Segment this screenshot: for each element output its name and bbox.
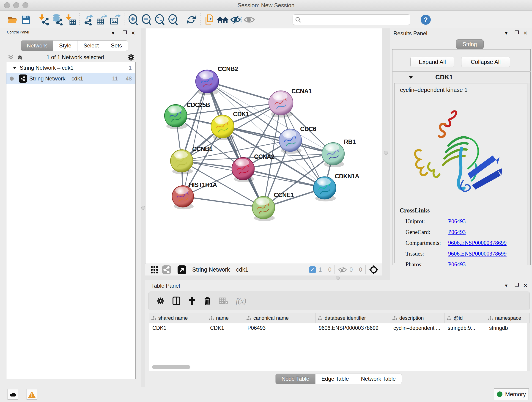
expand-all-button[interactable]: Expand All: [410, 57, 454, 67]
tab-node-table[interactable]: Node Table: [275, 374, 316, 384]
node-CCNA1[interactable]: CCNA1: [269, 88, 312, 118]
cdk1-details: cyclin–dependent kinase 1: [394, 83, 529, 263]
right-splitter-handle[interactable]: [384, 151, 388, 155]
column-header-shared-name[interactable]: shared name: [149, 313, 207, 323]
search-input[interactable]: [301, 17, 400, 23]
hide-selected-button[interactable]: [229, 13, 243, 27]
node-HIST1H1A[interactable]: HIST1H1A: [172, 182, 217, 209]
export-image-button[interactable]: [109, 13, 122, 27]
selected-checkbox-icon[interactable]: ✓: [309, 266, 316, 273]
table-cell[interactable]: P06493: [244, 323, 316, 332]
create-column-plus-icon[interactable]: [188, 297, 196, 305]
import-table-button[interactable]: [64, 13, 77, 27]
edge-CCNB2-CCNE1[interactable]: [207, 81, 264, 208]
column-header-database-identifier[interactable]: database identifier: [316, 313, 390, 323]
results-panel-close-icon[interactable]: ✕: [523, 30, 527, 36]
table-vertical-scrollbar[interactable]: [527, 323, 530, 371]
control-panel-close-icon[interactable]: ✕: [131, 30, 135, 36]
column-header-namespace[interactable]: namespace: [486, 313, 530, 323]
grid-view-icon[interactable]: [150, 266, 158, 274]
collapse-all-button[interactable]: Collapse All: [461, 57, 510, 67]
tree-expander-icon[interactable]: [12, 66, 17, 70]
crosslink-link[interactable]: P06493: [448, 218, 466, 225]
zoom-fit-button[interactable]: [153, 13, 167, 27]
crosslink-link[interactable]: 9606.ENSP00000378699: [448, 240, 507, 246]
network-canvas[interactable]: CCNB2CCNA1CDC25BCDK1CDC6RB1CCNB1CCNA2CDK…: [145, 28, 382, 264]
memory-button[interactable]: Memory: [494, 389, 529, 400]
table-row[interactable]: CDK1CDK1P064939606.ENSP00000378699cyclin…: [149, 323, 530, 332]
show-columns-icon[interactable]: [172, 297, 180, 305]
tab-network-table[interactable]: Network Table: [355, 374, 402, 384]
tab-edge-table[interactable]: Edge Table: [316, 374, 355, 384]
open-session-button[interactable]: [6, 13, 19, 27]
cdk1-section-header[interactable]: CDK1: [393, 72, 530, 83]
function-builder-button[interactable]: f(x): [236, 297, 246, 305]
edge-HIST1H1A-CCNE1[interactable]: [183, 196, 264, 208]
export-table-button[interactable]: [95, 13, 109, 27]
control-panel-menu-icon[interactable]: ▾: [112, 30, 114, 36]
node-CDC6[interactable]: CDC6: [279, 126, 316, 154]
refresh-layout-button[interactable]: [185, 13, 198, 27]
table-settings-gear-icon[interactable]: [157, 297, 165, 305]
string-network-graph[interactable]: CCNB2CCNA1CDC25BCDK1CDC6RB1CCNB1CCNA2CDK…: [146, 28, 382, 264]
save-session-button[interactable]: [19, 13, 32, 27]
node-CDK1[interactable]: CDK1: [211, 111, 249, 140]
column-header-name[interactable]: name: [207, 313, 244, 323]
tab-style[interactable]: Style: [53, 40, 77, 51]
section-expander-icon[interactable]: [408, 75, 413, 79]
collapse-all-icon[interactable]: [7, 54, 14, 60]
birdseye-crosshair-icon[interactable]: [369, 265, 379, 274]
zoom-out-button[interactable]: [140, 13, 153, 27]
zoom-selected-button[interactable]: [167, 13, 180, 27]
column-header-canonical-name[interactable]: canonical name: [244, 313, 316, 323]
table-panel-float-icon[interactable]: ❐: [515, 282, 519, 288]
table-cell[interactable]: 9606.ENSP00000378699: [316, 323, 390, 332]
table-cell[interactable]: stringdb: [486, 323, 530, 332]
table-cell[interactable]: stringdb:9...: [444, 323, 486, 332]
left-splitter[interactable]: [141, 28, 145, 387]
duplicate-network-button[interactable]: [203, 13, 216, 27]
help-button[interactable]: ?: [419, 13, 432, 27]
crosslink-link[interactable]: P06493: [448, 261, 466, 268]
bottom-splitter-handle[interactable]: [336, 276, 340, 280]
export-network-button[interactable]: [82, 13, 95, 27]
import-network-file-button[interactable]: [37, 13, 51, 27]
delete-column-trash-icon[interactable]: [204, 297, 211, 305]
tab-select[interactable]: Select: [77, 40, 105, 51]
home-button[interactable]: [216, 13, 229, 27]
node-CDKN1A[interactable]: CDKN1A: [313, 173, 359, 201]
string-view-icon[interactable]: [162, 265, 171, 274]
crosslink-link[interactable]: P06493: [448, 229, 466, 235]
cloud-status-button[interactable]: [7, 389, 18, 400]
network-options-gear-icon[interactable]: [127, 53, 135, 61]
table-panel-close-icon[interactable]: ✕: [523, 283, 527, 288]
node-CCNB2[interactable]: CCNB2: [196, 65, 238, 95]
tab-string[interactable]: String: [456, 39, 484, 49]
table-horizontal-scrollbar[interactable]: [152, 365, 190, 369]
detach-view-icon[interactable]: [177, 265, 186, 274]
table-cell[interactable]: CDK1: [149, 323, 207, 332]
results-panel-menu-icon[interactable]: ▾: [505, 30, 507, 36]
edge-CCNB2-HIST1H1A[interactable]: [183, 81, 207, 196]
left-splitter-handle[interactable]: [141, 206, 145, 210]
network-collection-row[interactable]: String Network – cdk1 1: [6, 62, 135, 73]
column-header-description[interactable]: description: [390, 313, 444, 323]
table-cell[interactable]: CDK1: [207, 323, 244, 332]
expand-all-icon[interactable]: [17, 54, 23, 60]
column-header--id[interactable]: @id: [444, 313, 486, 323]
delete-table-icon[interactable]: [219, 297, 228, 305]
import-network-database-button[interactable]: [51, 13, 64, 27]
warnings-button[interactable]: [27, 389, 37, 400]
table-panel-menu-icon[interactable]: ▾: [505, 283, 507, 288]
results-scrollbar[interactable]: [527, 83, 530, 265]
network-row[interactable]: String Network – cdk1 11 48: [6, 73, 135, 84]
crosslink-link[interactable]: 9606.ENSP00000378699: [448, 250, 507, 257]
show-all-button[interactable]: [243, 13, 256, 27]
results-panel-float-icon[interactable]: ❐: [515, 30, 519, 36]
zoom-in-button[interactable]: [127, 13, 140, 27]
table-cell[interactable]: cyclin–dependent ...: [390, 323, 444, 332]
tab-network[interactable]: Network: [21, 40, 53, 51]
tab-sets[interactable]: Sets: [105, 40, 128, 51]
node-RB1[interactable]: RB1: [322, 138, 356, 167]
control-panel-float-icon[interactable]: ❐: [123, 30, 127, 36]
